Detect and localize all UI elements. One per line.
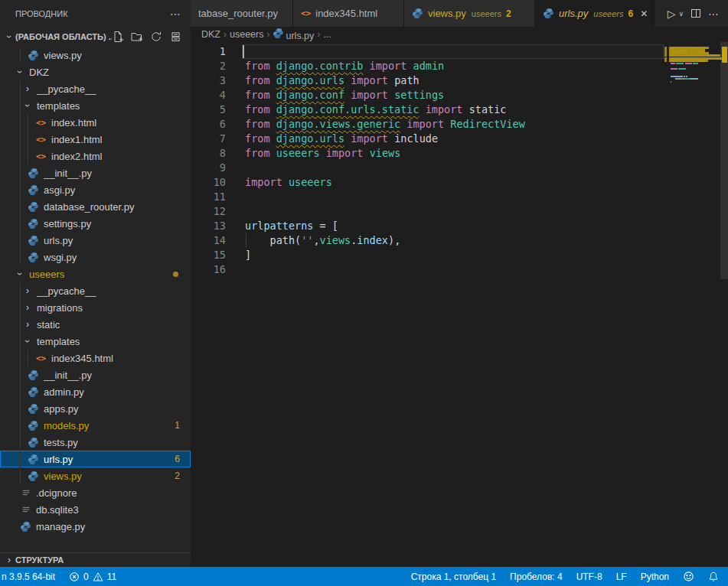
chevron-right-icon: › [317, 29, 320, 40]
tab-urls.py[interactable]: urls.pyuseeers6✕ [535, 0, 655, 27]
html-icon: <> [301, 8, 311, 18]
tree-item-asgi.py[interactable]: asgi.py [0, 181, 191, 198]
code-line-10[interactable]: import useeers [245, 175, 332, 190]
status-eol[interactable]: LF [616, 571, 627, 582]
minimap[interactable] [664, 44, 720, 136]
code-line-8[interactable]: from useeers import views [245, 146, 400, 161]
tree-item-label: asgi.py [44, 184, 191, 196]
tree-item-manage.py[interactable]: manage.py [0, 518, 191, 535]
explorer-title-row: ПРОВОДНИК ⋯ [0, 0, 191, 27]
breadcrumb-item[interactable]: useeers [230, 29, 263, 40]
tab-problems-badge: 2 [506, 8, 511, 19]
workspace-section-header[interactable]: › (РАБОЧАЯ ОБЛАСТЬ) ... [0, 27, 191, 47]
code-line-3[interactable]: from django.urls import path [245, 73, 419, 88]
tree-item-__pycache__[interactable]: ›__pycache__ [0, 282, 191, 299]
python-icon [28, 386, 39, 398]
new-file-icon[interactable] [112, 31, 124, 43]
new-folder-icon[interactable] [131, 31, 143, 43]
status-python-version[interactable]: n 3.9.5 64-bit [2, 571, 55, 582]
tree-item-urls.py[interactable]: urls.py6 [0, 451, 191, 467]
breadcrumb: DKZ›useeers›urls.py›... [191, 27, 728, 42]
status-cursor-position[interactable]: Строка 1, столбец 1 [411, 571, 496, 582]
tree-item-wsgi.py[interactable]: wsgi.py [0, 249, 191, 265]
run-dropdown-icon[interactable]: ∨ [678, 10, 684, 18]
overview-ruler-warning-mark [722, 60, 727, 62]
status-feedback[interactable] [683, 571, 694, 582]
tree-item-index1.html[interactable]: <>index1.html [0, 131, 191, 148]
code-line-14[interactable]: path('',views.index), [245, 233, 400, 248]
file-tree: views.py›DKZ›__pycache__›templates<>inde… [0, 47, 191, 535]
problems-badge: 6 [175, 454, 180, 464]
code-line-4[interactable]: from django.conf import settings [245, 88, 444, 103]
status-encoding[interactable]: UTF-8 [576, 571, 602, 582]
tree-item-label: admin.py [44, 386, 191, 398]
code-line-13[interactable]: urlpatterns = [ [245, 219, 338, 233]
tree-item-DKZ[interactable]: ›DKZ [0, 63, 191, 80]
tree-item-urls.py[interactable]: urls.py [0, 232, 191, 249]
tree-item-admin.py[interactable]: admin.py [0, 383, 191, 400]
tree-item-db.sqlite3[interactable]: db.sqlite3 [0, 501, 191, 518]
python-icon [28, 218, 39, 230]
close-icon[interactable]: ✕ [640, 8, 648, 19]
code-line-7[interactable]: from django.urls import include [245, 132, 438, 146]
tree-item-__pycache__[interactable]: ›__pycache__ [0, 80, 191, 97]
tree-item-__init__.py[interactable]: __init__.py [0, 164, 191, 181]
code-line-2[interactable]: from django.contrib import admin [245, 59, 444, 73]
tab-tabase_roouter.py[interactable]: tabase_roouter.py [191, 0, 293, 27]
tree-item-templates[interactable]: ›templates [0, 333, 191, 350]
tree-item-index345.html[interactable]: <>index345.html [0, 350, 191, 366]
tree-item-label: views.py [44, 50, 191, 61]
status-notifications[interactable] [708, 571, 719, 582]
status-language[interactable]: Python [641, 571, 669, 582]
tree-item-useeers[interactable]: ›useeers [0, 265, 191, 282]
chevron-right-icon: › [224, 29, 227, 40]
problems-badge: 1 [175, 420, 180, 431]
code-line-5[interactable]: from django.conf.urls.static import stat… [245, 103, 506, 117]
tree-item-.dcignore[interactable]: .dcignore [0, 484, 191, 501]
tree-item-label: manage.py [36, 521, 191, 532]
tree-item-label: __pycache__ [37, 83, 191, 95]
refresh-icon[interactable] [150, 31, 162, 43]
breadcrumb-item[interactable]: DKZ [201, 29, 220, 40]
breadcrumb-item[interactable]: ... [323, 29, 331, 40]
breadcrumb-item[interactable]: urls.py [273, 28, 314, 41]
tree-item-apps.py[interactable]: apps.py [0, 400, 191, 417]
split-editor-icon[interactable] [691, 9, 700, 18]
outline-section-header[interactable]: › СТРУКТУРА [0, 552, 191, 567]
tab-views.py[interactable]: views.pyuseeers2 [404, 0, 535, 27]
tab-index345.html[interactable]: <>index345.html [293, 0, 404, 27]
tree-item-index2.html[interactable]: <>index2.html [0, 148, 191, 164]
tree-item-label: apps.py [44, 403, 191, 415]
collapse-all-icon[interactable] [169, 31, 181, 43]
tree-item-__init__.py[interactable]: __init__.py [0, 366, 191, 383]
tree-item-label: views.py [44, 470, 175, 482]
tree-item-static[interactable]: ›static [0, 316, 191, 333]
tree-item-settings.py[interactable]: settings.py [0, 215, 191, 232]
code-line-15[interactable]: ] [245, 248, 251, 262]
chevron-right-icon: › [23, 285, 32, 296]
more-actions-icon[interactable]: ⋯ [708, 8, 719, 20]
chevron-right-icon: › [266, 29, 269, 40]
status-indentation[interactable]: Пробелов: 4 [510, 571, 563, 582]
vertical-scrollbar[interactable] [720, 42, 728, 279]
tree-item-migrations[interactable]: ›migrations [0, 299, 191, 316]
status-problems[interactable]: 011 [69, 571, 116, 582]
error-icon [69, 571, 80, 582]
chevron-down-icon: › [22, 337, 33, 346]
tree-item-database_roouter.py[interactable]: database_roouter.py [0, 198, 191, 215]
python-icon [273, 28, 284, 39]
run-button[interactable]: ▷ [668, 8, 676, 20]
tree-item-label: .dcignore [36, 487, 191, 499]
tree-item-views.py[interactable]: views.py [0, 47, 191, 63]
code-editor[interactable]: 12345678910111213141516from django.contr… [191, 42, 728, 567]
chevron-right-icon: › [23, 302, 32, 313]
code-line-6[interactable]: from django.views.generic import Redirec… [245, 117, 525, 132]
explorer-more-actions-icon[interactable]: ⋯ [170, 8, 181, 20]
tree-item-index.html[interactable]: <>index.html [0, 114, 191, 131]
tree-item-templates[interactable]: ›templates [0, 97, 191, 114]
tree-item-models.py[interactable]: models.py1 [0, 417, 191, 434]
tree-item-label: index.html [51, 117, 191, 129]
html-icon: <> [35, 117, 47, 129]
tree-item-views.py[interactable]: views.py2 [0, 467, 191, 484]
tree-item-tests.py[interactable]: tests.py [0, 434, 191, 451]
